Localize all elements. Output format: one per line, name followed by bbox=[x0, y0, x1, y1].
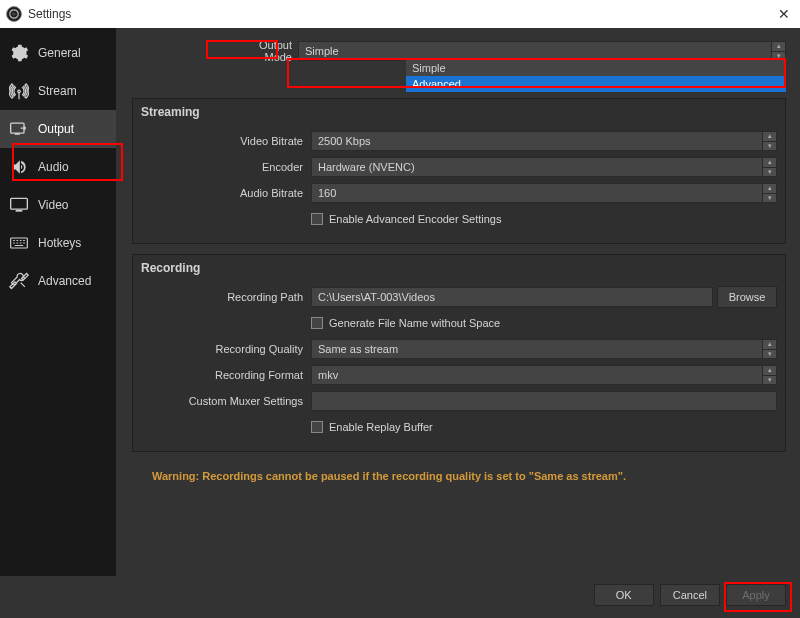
output-mode-value: Simple bbox=[305, 45, 339, 57]
recording-quality-label: Recording Quality bbox=[141, 343, 311, 355]
audio-bitrate-label: Audio Bitrate bbox=[141, 187, 311, 199]
sidebar-item-general[interactable]: General bbox=[0, 34, 116, 72]
sidebar-item-label: Video bbox=[38, 198, 68, 212]
antenna-icon bbox=[8, 80, 30, 102]
recording-path-input[interactable]: C:\Users\AT-003\Videos bbox=[311, 287, 713, 307]
obs-logo-icon bbox=[6, 6, 22, 22]
recording-format-select[interactable]: mkv▴▾ bbox=[311, 365, 777, 385]
replay-buffer-label: Enable Replay Buffer bbox=[329, 421, 433, 433]
muxer-input[interactable] bbox=[311, 391, 777, 411]
encoder-label: Encoder bbox=[141, 161, 311, 173]
gear-icon bbox=[8, 42, 30, 64]
streaming-title: Streaming bbox=[141, 105, 777, 119]
output-mode-label: Output Mode bbox=[236, 39, 298, 63]
recording-title: Recording bbox=[141, 261, 777, 275]
output-mode-dropdown: Simple Advanced bbox=[406, 60, 786, 92]
svg-point-2 bbox=[12, 12, 15, 15]
ok-button[interactable]: OK bbox=[594, 584, 654, 606]
apply-button[interactable]: Apply bbox=[726, 584, 786, 606]
enable-advanced-encoder-checkbox[interactable] bbox=[311, 213, 323, 225]
settings-window: Settings ✕ General Stream Output bbox=[0, 0, 800, 618]
recording-quality-select[interactable]: Same as stream▴▾ bbox=[311, 339, 777, 359]
sidebar-item-audio[interactable]: Audio bbox=[0, 148, 116, 186]
dropdown-option-simple[interactable]: Simple bbox=[406, 60, 786, 76]
cancel-button[interactable]: Cancel bbox=[660, 584, 720, 606]
monitor-icon bbox=[8, 194, 30, 216]
svg-rect-5 bbox=[11, 198, 28, 209]
sidebar-item-label: General bbox=[38, 46, 81, 60]
updown-icon[interactable]: ▴▾ bbox=[762, 132, 776, 150]
recording-format-label: Recording Format bbox=[141, 369, 311, 381]
sidebar-item-output[interactable]: Output bbox=[0, 110, 116, 148]
video-bitrate-spin[interactable]: 2500 Kbps▴▾ bbox=[311, 131, 777, 151]
window-title: Settings bbox=[28, 7, 71, 21]
recording-path-label: Recording Path bbox=[141, 291, 311, 303]
svg-rect-6 bbox=[16, 210, 23, 212]
recording-section: Recording Recording Path C:\Users\AT-003… bbox=[132, 254, 786, 452]
updown-icon[interactable]: ▴▾ bbox=[762, 158, 776, 176]
sidebar-item-label: Audio bbox=[38, 160, 69, 174]
replay-buffer-checkbox[interactable] bbox=[311, 421, 323, 433]
muxer-label: Custom Muxer Settings bbox=[141, 395, 311, 407]
no-space-checkbox[interactable] bbox=[311, 317, 323, 329]
streaming-section: Streaming Video Bitrate 2500 Kbps▴▾ Enco… bbox=[132, 98, 786, 244]
close-icon[interactable]: ✕ bbox=[778, 6, 790, 22]
sidebar-item-video[interactable]: Video bbox=[0, 186, 116, 224]
browse-button[interactable]: Browse bbox=[717, 286, 777, 308]
updown-icon[interactable]: ▴▾ bbox=[771, 42, 785, 60]
sidebar-item-label: Advanced bbox=[38, 274, 91, 288]
sidebar-item-label: Output bbox=[38, 122, 74, 136]
updown-icon[interactable]: ▴▾ bbox=[762, 366, 776, 384]
svg-rect-4 bbox=[15, 133, 20, 135]
sidebar-item-label: Hotkeys bbox=[38, 236, 81, 250]
sidebar-item-stream[interactable]: Stream bbox=[0, 72, 116, 110]
output-mode-select[interactable]: Simple ▴▾ bbox=[298, 41, 786, 61]
output-icon bbox=[8, 118, 30, 140]
no-space-label: Generate File Name without Space bbox=[329, 317, 500, 329]
enable-advanced-encoder-label: Enable Advanced Encoder Settings bbox=[329, 213, 501, 225]
updown-icon[interactable]: ▴▾ bbox=[762, 184, 776, 202]
main-panel: Output Mode Simple ▴▾ Simple Advanced bbox=[116, 28, 800, 576]
keyboard-icon bbox=[8, 232, 30, 254]
video-bitrate-label: Video Bitrate bbox=[141, 135, 311, 147]
warning-text: Warning: Recordings cannot be paused if … bbox=[152, 470, 782, 482]
encoder-select[interactable]: Hardware (NVENC)▴▾ bbox=[311, 157, 777, 177]
tools-icon bbox=[8, 270, 30, 292]
dropdown-option-advanced[interactable]: Advanced bbox=[406, 76, 786, 92]
sidebar-item-label: Stream bbox=[38, 84, 77, 98]
audio-bitrate-select[interactable]: 160▴▾ bbox=[311, 183, 777, 203]
updown-icon[interactable]: ▴▾ bbox=[762, 340, 776, 358]
speaker-icon bbox=[8, 156, 30, 178]
sidebar: General Stream Output Audio bbox=[0, 28, 116, 576]
sidebar-item-advanced[interactable]: Advanced bbox=[0, 262, 116, 300]
titlebar: Settings ✕ bbox=[0, 0, 800, 28]
footer: OK Cancel Apply bbox=[0, 576, 800, 618]
sidebar-item-hotkeys[interactable]: Hotkeys bbox=[0, 224, 116, 262]
